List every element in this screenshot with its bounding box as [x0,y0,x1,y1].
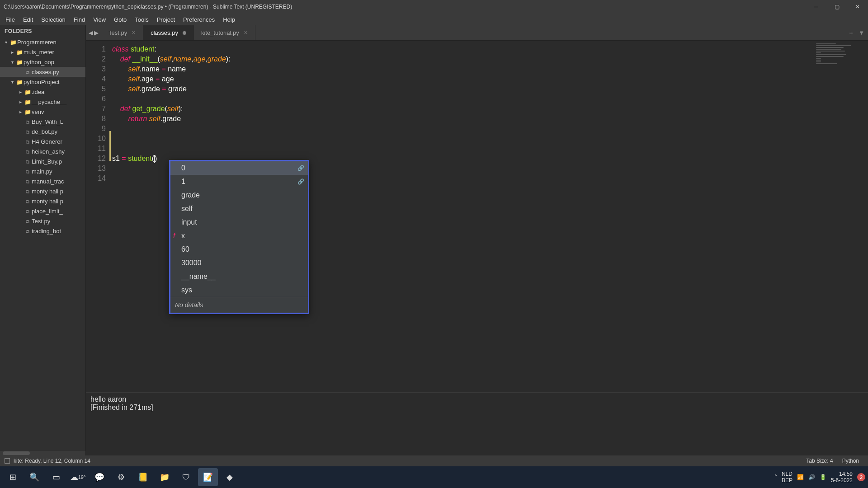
console: hello aaron [Finished in 271ms] [86,392,868,455]
nav-forward-icon[interactable]: ▶ [94,29,99,36]
menu-project[interactable]: Project [153,14,179,25]
autocomplete-item[interactable]: __name__ [170,270,308,283]
minimize-button[interactable]: ─ [806,0,826,14]
autocomplete-popup[interactable]: 0🔗1🔗gradeselfinputfx6030000__name__sys N… [169,160,309,314]
tab-classes-py[interactable]: classes.py [143,25,194,40]
status-indicator-icon[interactable] [5,458,10,464]
nav-back-icon[interactable]: ◀ [89,29,93,36]
menu-selection[interactable]: Selection [38,14,69,25]
autocomplete-item[interactable]: input [170,216,308,229]
folder-tree[interactable]: ▾Programmeren▸muis_meter▾python_oopclass… [0,37,85,451]
tree-item[interactable]: main.py [0,166,85,176]
link-icon: 🔗 [297,163,304,173]
tray-clock[interactable]: 14:595-6-2022 [831,471,853,483]
weather-widget[interactable]: ☁19° [68,468,88,486]
autocomplete-item[interactable]: 60 [170,243,308,256]
taskbar-app-settings[interactable]: ⚙ [111,468,131,486]
code-area[interactable]: class student: def __init__(self,name,ag… [110,41,814,392]
gutter: 1234567891011121314 [86,41,110,392]
menu-view[interactable]: View [90,14,109,25]
tree-item[interactable]: Test.py [0,216,85,226]
taskbar: ⊞ 🔍 ▭ ☁19° 💬 ⚙ 📒 📁 🛡 📝 ◆ ˄ NLDBEP 📶 🔊 🔋 … [0,466,868,488]
sidebar: FOLDERS ▾Programmeren▸muis_meter▾python_… [0,25,86,455]
console-line: hello aaron [90,395,863,404]
tree-item[interactable]: ▸muis_meter [0,47,85,57]
statusbar: kite: Ready, Line 12, Column 14 Tab Size… [0,455,868,466]
menu-edit[interactable]: Edit [19,14,37,25]
maximize-button[interactable]: ▢ [826,0,847,14]
menu-preferences[interactable]: Preferences [179,14,218,25]
sidebar-header: FOLDERS [0,25,85,37]
status-tabsize[interactable]: Tab Size: 4 [802,458,837,464]
autocomplete-item[interactable]: self [170,202,308,216]
battery-icon[interactable]: 🔋 [820,474,826,480]
menu-goto[interactable]: Goto [110,14,130,25]
tree-item[interactable]: Limit_Buy.p [0,156,85,166]
tab-menu-icon[interactable]: ▼ [859,29,864,36]
autocomplete-item[interactable]: 30000 [170,256,308,270]
autocomplete-item[interactable]: 1🔗 [170,175,308,188]
taskbar-app-code[interactable]: ◆ [220,468,240,486]
wifi-icon[interactable]: 📶 [797,474,804,480]
close-button[interactable]: ✕ [847,0,868,14]
taskbar-app-explorer[interactable]: 📁 [155,468,175,486]
tree-item[interactable]: monty hall p [0,186,85,196]
sidebar-scrollbar[interactable] [0,451,85,455]
menu-help[interactable]: Help [219,14,239,25]
tree-item[interactable]: heiken_ashy [0,146,85,156]
autocomplete-item[interactable]: grade [170,188,308,202]
minimap[interactable] [814,41,868,392]
tree-item[interactable]: classes.py [0,67,85,77]
dirty-indicator-icon [183,31,186,35]
window-title: C:\Users\aaron\Documents\Programmeren\py… [4,4,806,10]
tab-test-py[interactable]: Test.py✕ [101,25,143,40]
tree-item[interactable]: ▸__pycache__ [0,97,85,107]
close-tab-icon[interactable]: ✕ [132,30,136,36]
tree-item[interactable]: H4 Generer [0,136,85,146]
tree-item[interactable]: de_bot.py [0,127,85,136]
autocomplete-item[interactable]: 0🔗 [170,161,308,175]
tree-item[interactable]: manual_trac [0,176,85,186]
tree-item[interactable]: ▾python_oop [0,57,85,67]
tray-language[interactable]: NLDBEP [782,471,793,483]
taskbar-app-notes[interactable]: 📒 [133,468,153,486]
system-tray[interactable]: ˄ NLDBEP 📶 🔊 🔋 14:595-6-2022 2 [774,471,865,483]
titlebar: C:\Users\aaron\Documents\Programmeren\py… [0,0,868,14]
notification-badge[interactable]: 2 [857,473,865,481]
new-tab-icon[interactable]: ＋ [848,29,854,37]
autocomplete-footer: No details [170,297,308,313]
link-icon: 🔗 [297,177,304,187]
task-view-icon[interactable]: ▭ [46,468,66,486]
tree-item[interactable]: place_limit_ [0,206,85,216]
volume-icon[interactable]: 🔊 [808,474,815,480]
tree-item[interactable]: ▾pythonProject [0,77,85,87]
autocomplete-item[interactable]: sys [170,283,308,297]
menubar: FileEditSelectionFindViewGotoToolsProjec… [0,14,868,25]
tree-item[interactable]: monty hall p [0,196,85,206]
menu-tools[interactable]: Tools [131,14,152,25]
tabbar: ◀ ▶ Test.py✕classes.pykite_tutorial.py✕ … [86,25,868,41]
menu-file[interactable]: File [2,14,19,25]
menu-find[interactable]: Find [70,14,89,25]
status-kite: kite: Ready, Line 12, Column 14 [14,458,90,464]
tab-kite_tutorial-py[interactable]: kite_tutorial.py✕ [194,25,255,40]
search-icon[interactable]: 🔍 [24,468,44,486]
close-tab-icon[interactable]: ✕ [244,30,248,36]
editor[interactable]: 1234567891011121314 class student: def _… [86,41,868,392]
status-language[interactable]: Python [838,458,863,464]
tree-item[interactable]: trading_bot [0,226,85,236]
autocomplete-item[interactable]: fx [170,229,308,243]
tree-item[interactable]: ▸venv [0,107,85,117]
tray-chevron-icon[interactable]: ˄ [774,474,777,480]
taskbar-app-chat[interactable]: 💬 [90,468,109,486]
tree-item[interactable]: ▸.idea [0,87,85,97]
start-button[interactable]: ⊞ [3,468,23,486]
tree-item[interactable]: Buy_With_L [0,117,85,127]
console-line: [Finished in 271ms] [90,404,863,412]
taskbar-app-sublime[interactable]: 📝 [198,468,218,486]
tree-item[interactable]: ▾Programmeren [0,37,85,47]
taskbar-app-brave[interactable]: 🛡 [176,468,196,486]
